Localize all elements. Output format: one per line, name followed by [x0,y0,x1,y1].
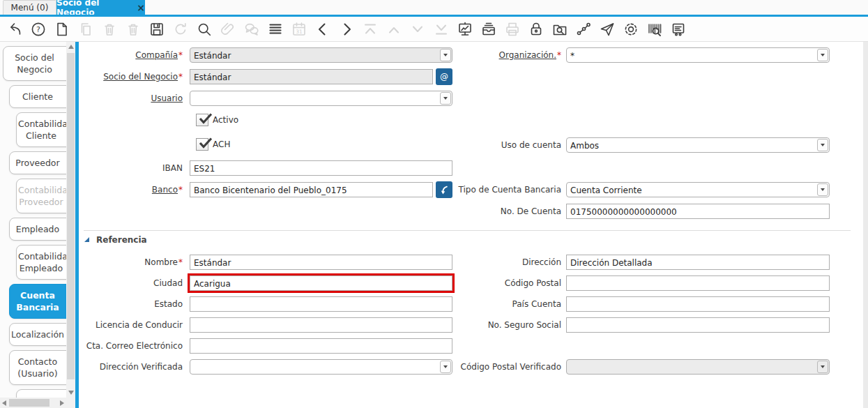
field-usuario-dropdown-button[interactable] [440,92,451,105]
section-collapse-icon[interactable] [84,237,89,242]
toolbar-feedback-button[interactable] [669,20,687,38]
window-tabstrip: Menú (0) Socio del Negocio × [0,0,868,15]
toolbar-save-button[interactable] [148,20,166,38]
field-compania-label[interactable]: Compañía* [63,47,183,63]
sidebar-horizontal-scrollbar[interactable] [0,398,75,408]
required-asterisk: * [178,72,183,82]
field-cta-correo-electronico-input[interactable] [190,338,452,354]
field-codigo-postal-verificado-dropdown-button[interactable] [817,361,828,373]
sidebar-tab-cliente[interactable]: Cliente [9,85,66,108]
field-banco-input[interactable]: Banco Bicentenario del Pueblo_0175 [190,182,433,197]
field-banco-value: Banco Bicentenario del Pueblo_0175 [194,186,347,195]
close-tab-icon[interactable]: × [137,3,145,13]
scroll-right-icon[interactable] [60,400,64,406]
field-ciudad-label-text: Ciudad [153,278,183,288]
field-pais-cuenta-label: País Cuenta [411,296,561,312]
sidebar-tab-acceso[interactable]: Acceso [16,389,66,398]
detail-record-icon [409,21,426,38]
required-asterisk: * [178,257,183,267]
product-info-icon [646,21,663,38]
toolbar-undo-button[interactable] [6,20,24,38]
toolbar-workflow-button[interactable] [574,20,593,38]
field-socio-del-negocio-input[interactable]: Estándar [190,69,433,84]
field-codigo-postal-verificado-label-text: Código Postal Verificado [461,362,561,372]
save-icon [149,21,165,38]
field-no-seguro-social-input[interactable] [566,317,830,333]
tab-socio-del-negocio[interactable]: Socio del Negocio × [56,0,145,15]
sidebar-tab-contacto-usuario[interactable]: Contacto (Usuario) [9,350,66,385]
field-uso-de-cuenta-dropdown-button[interactable] [817,139,828,151]
field-no-de-cuenta-label: No. De Cuenta [411,204,561,219]
toolbar-previous-record-button[interactable] [314,20,332,38]
record-info-icon: @ [440,72,448,82]
toolbar-send-mail-button[interactable] [598,20,616,38]
toolbar-help-button[interactable]: ? [29,20,47,38]
field-codigo-postal-verificado-input[interactable] [566,359,830,375]
field-tipo-cuenta-bancaria-dropdown-button[interactable] [817,183,828,196]
checkbox-activo[interactable] [196,114,208,126]
required-asterisk: * [557,50,561,60]
field-usuario-input[interactable] [190,91,452,106]
tab-menu[interactable]: Menú (0) [3,0,56,15]
field-tipo-cuenta-bancaria-label-text: Tipo de Cuenta Bancaria [459,185,562,195]
toolbar-search-button[interactable] [195,20,213,38]
sidebar-tab-proveedor[interactable]: Proveedor [9,151,66,174]
field-uso-de-cuenta-label-text: Uso de cuenta [501,140,561,150]
sidebar-tab-contabilidad-empleado[interactable]: Contabilidad Empleado [16,245,66,280]
field-iban-input[interactable]: ES21 [190,160,452,176]
field-licencia-de-conducir-label-text: Licencia de Conducir [96,320,183,330]
copy-document-icon [77,21,94,38]
toolbar-archive-button[interactable] [480,20,498,38]
field-uso-de-cuenta-input[interactable]: Ambos [566,137,830,153]
toolbar-last-record-button [432,20,450,38]
field-tipo-cuenta-bancaria-input[interactable]: Cuenta Corriente [566,182,830,197]
toolbar-copy-document-button [77,20,95,38]
toolbar-grid-toggle-button[interactable] [266,20,284,38]
section-header-referencia[interactable]: Referencia [96,235,147,245]
main-scrollbar[interactable] [863,42,868,408]
required-asterisk: * [178,50,183,60]
field-organizacion-label[interactable]: Organización.* [411,47,561,63]
workflow-icon [575,21,592,38]
scroll-left-icon[interactable] [2,400,6,406]
toolbar-new-document-button[interactable] [53,20,71,38]
toolbar-lock-button[interactable] [527,20,545,38]
field-pais-cuenta-input[interactable] [566,296,830,312]
field-socio-del-negocio-action-button[interactable]: @ [436,68,452,85]
field-iban-label: IBAN [63,160,183,176]
field-organizacion-input[interactable]: * [566,47,830,63]
toolbar-next-record-button[interactable] [337,20,356,38]
delete-selection-icon [125,21,142,38]
search-icon [196,21,213,38]
chat-icon [243,21,260,38]
sidebar-tab-cuenta-bancaria[interactable]: Cuenta Bancaria [9,284,66,319]
sidebar-hscroll-thumb[interactable] [9,399,50,407]
field-usuario-label[interactable]: Usuario [63,91,183,106]
field-organizacion-label-text: Organización. [499,50,556,60]
field-codigo-postal-input[interactable] [566,275,830,291]
sidebar-tab-socio-del-negocio[interactable]: Socio del Negocio [3,46,66,81]
field-socio-del-negocio-label[interactable]: Socio del Negocio* [63,69,183,84]
field-banco-label-text: Banco [152,185,178,195]
field-direccion-input[interactable]: Dirección Detallada [566,255,830,270]
field-no-de-cuenta-input[interactable]: 01750000000000000000 [566,204,830,219]
field-uso-de-cuenta-label: Uso de cuenta [411,137,561,153]
checkbox-ach[interactable] [196,138,208,151]
field-banco-label[interactable]: Banco* [63,182,183,197]
toolbar-zoom-across-button[interactable] [551,20,569,38]
sidebar-tab-empleado[interactable]: Empleado [9,218,66,241]
field-ciudad-value: Acarigua [194,279,231,289]
toolbar-preferences-button[interactable] [622,20,640,38]
scroll-down-icon[interactable] [68,391,74,395]
toolbar-refresh-button [172,20,190,38]
toolbar-product-info-button[interactable] [646,20,664,38]
sidebar-tab-localizacion[interactable]: Localización [9,323,66,346]
lock-icon [528,21,545,38]
field-organizacion-value: * [570,51,574,61]
toolbar-calendar-button: 31 [290,20,308,38]
field-organizacion-dropdown-button[interactable] [817,49,828,61]
application-window: Menú (0) Socio del Negocio × ?31 Socio d… [0,0,868,408]
sidebar-tab-contabilidad-cliente[interactable]: Contabilidad Cliente [16,112,66,147]
toolbar-report-button[interactable] [456,20,474,38]
preferences-icon [623,21,639,38]
